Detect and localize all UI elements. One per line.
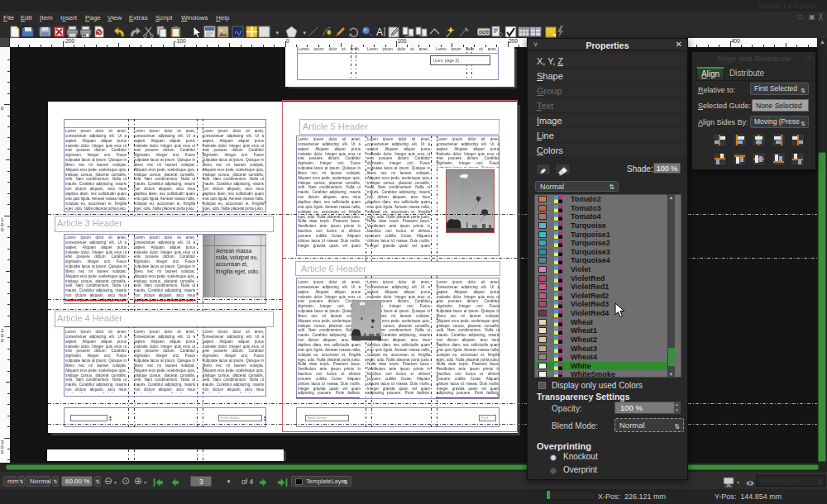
svg-text:ocm: ocm — [479, 29, 490, 35]
svg-text:A: A — [376, 26, 383, 38]
